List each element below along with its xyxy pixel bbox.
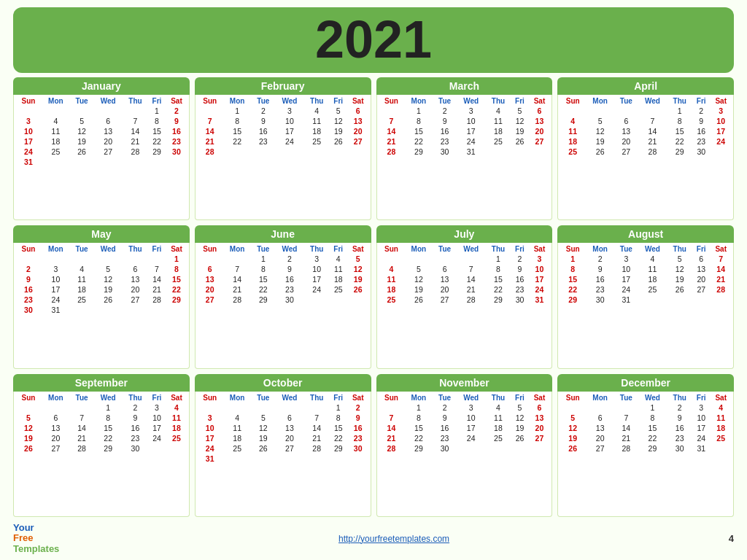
day-cell: 6 [614, 116, 638, 126]
day-cell: 7 [223, 264, 252, 274]
day-cell [667, 454, 692, 455]
week-row: 891011121314 [560, 264, 732, 274]
day-cell [70, 402, 93, 413]
day-header-sun: Sun [197, 244, 223, 254]
day-cell: 27 [93, 147, 123, 157]
day-cell: 16 [433, 423, 456, 433]
day-cell [692, 305, 710, 306]
day-header-thu: Thu [123, 96, 148, 106]
day-cell: 15 [330, 423, 347, 433]
day-cell: 30 [667, 443, 692, 454]
day-cell [223, 157, 252, 158]
week-row [379, 454, 551, 455]
month-body: SunMonTueWedThuFriSat1234567891011121314… [195, 95, 371, 220]
day-cell: 22 [404, 136, 433, 147]
day-cell: 12 [511, 413, 528, 423]
day-cell: 13 [433, 274, 456, 284]
day-cell: 12 [511, 116, 528, 126]
day-cell [710, 305, 732, 306]
day-cell: 10 [148, 413, 166, 423]
week-row: 45678910 [560, 116, 732, 126]
day-cell [197, 402, 223, 413]
week-row: 18192021222324 [560, 136, 732, 147]
day-cell [252, 402, 275, 413]
day-cell [197, 106, 223, 116]
day-header-sat: Sat [529, 96, 551, 106]
day-cell: 9 [15, 274, 42, 284]
day-cell: 15 [252, 274, 275, 284]
day-header-mon: Mon [223, 244, 252, 254]
day-cell: 3 [710, 106, 732, 116]
day-cell [15, 454, 42, 455]
day-cell: 9 [433, 116, 456, 126]
month-body: SunMonTueWedThuFriSat1234567891011121314… [13, 243, 190, 368]
day-cell: 11 [223, 423, 252, 433]
week-row: 18192021222324 [379, 284, 551, 295]
day-cell: 16 [433, 126, 456, 136]
day-cell: 22 [330, 433, 347, 443]
day-cell: 24 [457, 433, 486, 443]
day-cell: 12 [15, 423, 42, 433]
day-cell: 4 [710, 402, 732, 413]
day-cell [457, 254, 486, 264]
day-cell: 14 [710, 264, 732, 274]
day-cell: 28 [123, 147, 148, 157]
day-cell: 9 [667, 413, 692, 423]
day-header-tue: Tue [433, 244, 456, 254]
day-cell: 6 [692, 254, 710, 264]
month-title: March [376, 77, 553, 95]
day-header-wed: Wed [638, 244, 667, 254]
day-cell: 26 [586, 147, 614, 157]
day-cell: 18 [166, 423, 187, 433]
day-cell: 28 [614, 443, 638, 454]
day-cell [15, 254, 42, 264]
day-cell: 9 [275, 264, 304, 274]
day-cell: 29 [93, 443, 123, 454]
day-header-mon: Mon [42, 244, 70, 254]
day-cell: 7 [710, 254, 732, 264]
month-block-august: AugustSunMonTueWedThuFriSat1234567891011… [557, 225, 734, 368]
day-cell: 23 [166, 136, 187, 147]
day-cell: 22 [93, 433, 123, 443]
day-cell: 15 [404, 423, 433, 433]
day-cell: 16 [586, 274, 614, 284]
day-cell: 5 [347, 254, 369, 264]
day-cell [123, 106, 148, 116]
week-row: 567891011 [560, 413, 732, 423]
day-cell: 17 [304, 274, 330, 284]
day-cell: 14 [638, 126, 667, 136]
day-cell: 7 [123, 116, 148, 126]
day-header-sat: Sat [347, 96, 369, 106]
day-cell: 26 [252, 443, 275, 454]
day-header-wed: Wed [457, 393, 486, 402]
day-cell: 20 [42, 433, 70, 443]
day-header-tue: Tue [252, 96, 275, 106]
day-cell: 25 [638, 284, 667, 295]
day-cell [252, 157, 275, 158]
day-cell: 3 [275, 106, 304, 116]
month-title: June [195, 225, 371, 243]
day-cell [70, 106, 93, 116]
day-cell: 12 [330, 116, 347, 126]
day-cell: 5 [560, 413, 586, 423]
day-cell: 27 [433, 295, 456, 305]
day-cell: 15 [148, 126, 166, 136]
day-cell: 6 [197, 264, 223, 274]
day-cell: 17 [529, 274, 551, 284]
day-cell [638, 305, 667, 306]
year-header: 2021 [13, 7, 734, 73]
day-cell: 29 [166, 295, 187, 305]
day-cell: 14 [379, 126, 405, 136]
week-row: 22232425262728 [560, 284, 732, 295]
day-header-sun: Sun [560, 393, 586, 402]
week-row: 28 [197, 147, 369, 157]
week-row: 6789101112 [197, 264, 369, 274]
day-cell: 25 [330, 284, 347, 295]
day-cell: 27 [692, 284, 710, 295]
day-cell [586, 305, 614, 306]
day-cell [123, 157, 148, 167]
week-row: 123456 [379, 106, 551, 116]
day-header-wed: Wed [638, 96, 667, 106]
footer-url[interactable]: http://yourfreetemplates.com [338, 534, 449, 544]
day-cell: 2 [252, 106, 275, 116]
